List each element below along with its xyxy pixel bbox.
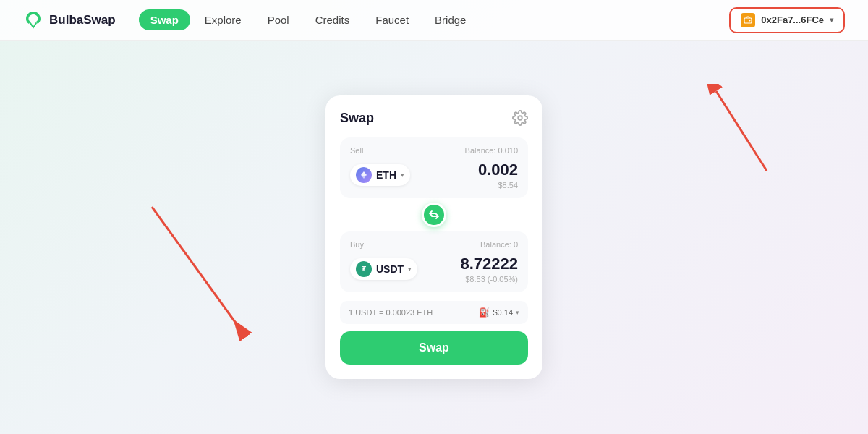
usdt-token-name: USDT bbox=[376, 263, 404, 275]
sell-balance: Balance: 0.010 bbox=[465, 146, 518, 155]
gas-price: $0.14 bbox=[493, 308, 513, 317]
sell-label: Sell bbox=[350, 146, 363, 155]
eth-token-selector[interactable]: ETH ▾ bbox=[350, 164, 410, 186]
gas-info[interactable]: ⛽ $0.14 ▾ bbox=[479, 307, 519, 318]
nav-credits[interactable]: Credits bbox=[304, 9, 362, 30]
usdt-icon: ₮ bbox=[356, 261, 372, 277]
buy-token-row: ₮ USDT ▾ 8.72222 $8.53 (-0.05%) bbox=[350, 255, 518, 284]
rate-text: 1 USDT = 0.00023 ETH bbox=[349, 308, 433, 317]
settings-icon[interactable] bbox=[512, 110, 528, 126]
eth-icon bbox=[356, 167, 372, 183]
sell-token-row: ETH ▾ 0.002 $8.54 bbox=[350, 161, 518, 190]
buy-amount-value: 8.72222 bbox=[460, 255, 518, 273]
svg-point-1 bbox=[749, 20, 751, 21]
wallet-address: 0x2Fa7...6FCe bbox=[761, 14, 824, 25]
logo-icon bbox=[23, 10, 43, 30]
usdt-token-selector[interactable]: ₮ USDT ▾ bbox=[350, 258, 417, 280]
card-title: Swap bbox=[340, 111, 374, 126]
main-content: Swap Sell Balance: 0.010 bbox=[0, 41, 868, 434]
annotation-arrow-top bbox=[694, 84, 781, 181]
sell-usd-value: $8.54 bbox=[478, 181, 518, 190]
eth-chevron-icon: ▾ bbox=[401, 171, 404, 179]
swap-button[interactable]: Swap bbox=[340, 331, 528, 365]
wallet-chevron: ▾ bbox=[830, 16, 833, 24]
usdt-chevron-icon: ▾ bbox=[408, 265, 412, 273]
sell-amount: 0.002 $8.54 bbox=[478, 161, 518, 190]
swap-direction-button[interactable] bbox=[422, 203, 446, 227]
buy-label-row: Buy Balance: 0 bbox=[350, 240, 518, 249]
card-header: Swap bbox=[340, 110, 528, 126]
gas-icon: ⛽ bbox=[479, 307, 490, 318]
nav-swap[interactable]: Swap bbox=[139, 9, 190, 30]
nav-explore[interactable]: Explore bbox=[193, 9, 253, 30]
sell-amount-value: 0.002 bbox=[478, 161, 518, 179]
logo-area: BulbaSwap bbox=[23, 10, 116, 30]
main-nav: Swap Explore Pool Credits Faucet Bridge bbox=[139, 9, 730, 30]
svg-point-4 bbox=[518, 116, 522, 120]
nav-faucet[interactable]: Faucet bbox=[364, 9, 420, 30]
logo-text: BulbaSwap bbox=[49, 13, 116, 27]
rate-row: 1 USDT = 0.00023 ETH ⛽ $0.14 ▾ bbox=[340, 301, 528, 324]
nav-bridge[interactable]: Bridge bbox=[423, 9, 477, 30]
buy-amount: 8.72222 $8.53 (-0.05%) bbox=[460, 255, 518, 284]
buy-section: Buy Balance: 0 ₮ USDT ▾ 8.72222 $8.53 (-… bbox=[340, 231, 528, 292]
eth-token-name: ETH bbox=[376, 169, 396, 181]
wallet-icon bbox=[741, 13, 755, 27]
sell-section: Sell Balance: 0.010 ETH ▾ 0.002 $ bbox=[340, 137, 528, 198]
sell-label-row: Sell Balance: 0.010 bbox=[350, 146, 518, 155]
buy-usd-value: $8.53 (-0.05%) bbox=[460, 275, 518, 284]
buy-balance: Balance: 0 bbox=[480, 240, 518, 249]
gas-chevron-icon: ▾ bbox=[516, 309, 519, 316]
nav-pool[interactable]: Pool bbox=[256, 9, 301, 30]
buy-label: Buy bbox=[350, 240, 364, 249]
swap-card: Swap Sell Balance: 0.010 bbox=[326, 95, 542, 379]
wallet-button[interactable]: 0x2Fa7...6FCe ▾ bbox=[729, 7, 845, 33]
header: BulbaSwap Swap Explore Pool Credits Fauc… bbox=[0, 0, 868, 41]
swap-direction-wrapper bbox=[340, 203, 528, 227]
annotation-arrow-bottom bbox=[130, 200, 275, 362]
